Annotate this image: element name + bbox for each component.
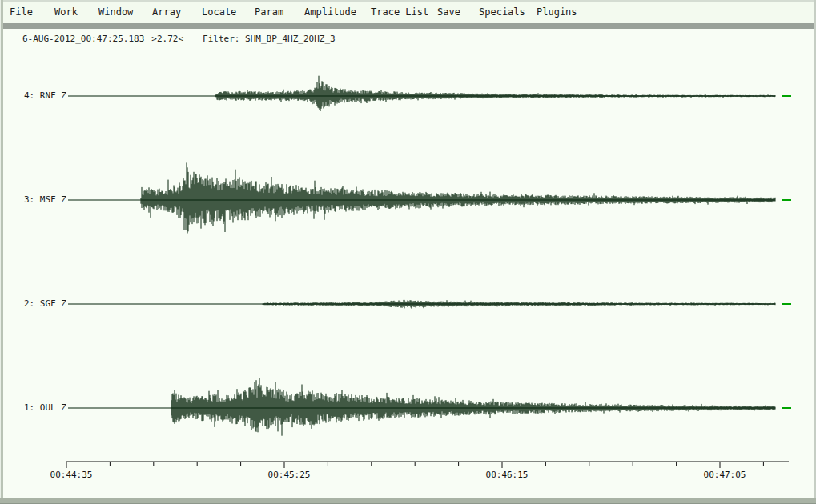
trace-waveform-msf[interactable] [141,162,775,233]
trace-waveform-oul[interactable] [171,378,775,436]
trace-waveform-sgf[interactable] [263,300,775,309]
axis-tick-label-3: 00:47:05 [704,470,746,480]
time-axis [66,462,789,468]
axis-minor-ticks [110,462,763,466]
trace-label-oul[interactable]: 1: OUL Z [24,402,66,414]
trace-row-rnf[interactable] [68,76,791,111]
shm-main-window: FileWorkWindowArrayLocateParamAmplitudeT… [0,0,816,504]
trace-label-msf[interactable]: 3: MSF Z [24,194,66,206]
seismogram-plot-area[interactable] [0,0,816,504]
trace-row-oul[interactable] [68,378,791,436]
axis-tick-label-0: 00:44:35 [50,470,93,480]
trace-label-rnf[interactable]: 4: RNF Z [24,90,66,102]
trace-waveform-rnf[interactable] [215,76,775,111]
axis-major-ticks [66,462,720,468]
trace-label-sgf[interactable]: 2: SGF Z [24,298,66,310]
trace-row-sgf[interactable] [68,300,791,309]
axis-tick-label-1: 00:45:25 [268,470,311,480]
axis-tick-label-2: 00:46:15 [486,470,529,480]
trace-row-msf[interactable] [68,162,791,233]
